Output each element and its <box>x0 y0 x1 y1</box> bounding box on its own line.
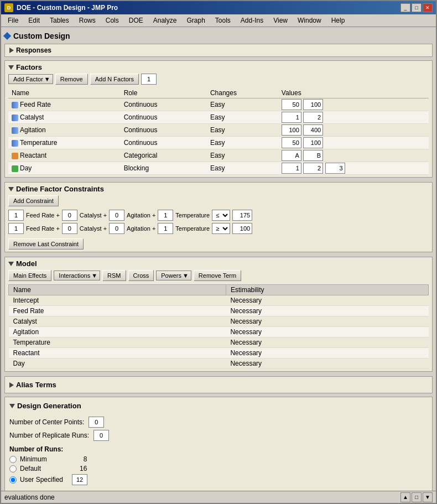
custom-design-title: Custom Design <box>13 32 70 40</box>
factor-values-5 <box>278 162 429 175</box>
center-points-input[interactable] <box>89 417 104 428</box>
model-toolbar: Main Effects Interactions ▼ RSM Cross Po… <box>8 270 429 281</box>
status-up-button[interactable]: ▲ <box>400 492 410 502</box>
spacer <box>9 412 428 417</box>
menu-analyze[interactable]: Analyze <box>149 15 181 25</box>
add-factor-button[interactable]: Add Factor ▼ <box>8 74 53 84</box>
menu-addins[interactable]: Add-Ins <box>236 15 268 25</box>
constraint-2-feedrate-label: Feed Rate + <box>26 225 60 232</box>
remove-button[interactable]: Remove <box>55 74 88 85</box>
maximize-button[interactable]: □ <box>412 3 422 12</box>
menu-rows[interactable]: Rows <box>75 15 100 25</box>
constraint-2-coef-3[interactable] <box>109 223 124 234</box>
factor-changes-1: Easy <box>207 111 278 124</box>
default-radio[interactable] <box>9 465 17 472</box>
model-row-5-est: Necessary <box>226 348 428 358</box>
minimum-label: Minimum <box>20 455 47 463</box>
responses-collapse-icon[interactable] <box>9 48 14 53</box>
menu-window[interactable]: Window <box>293 15 326 25</box>
constraint-2-value[interactable] <box>232 223 252 234</box>
model-row-4-est: Necessary <box>226 337 428 348</box>
menu-tools[interactable]: Tools <box>211 15 235 25</box>
number-of-runs-label: Number of Runs: <box>9 445 428 453</box>
table-row: Day Blocking Easy <box>8 162 429 175</box>
menu-edit[interactable]: Edit <box>24 15 44 25</box>
model-row-1-name: Feed Rate <box>9 306 226 316</box>
constraint-2-temp-label: Temperature <box>175 225 210 232</box>
minimum-radio[interactable] <box>9 456 17 463</box>
menu-cols[interactable]: Cols <box>101 15 123 25</box>
design-gen-header: Design Generation <box>9 402 428 410</box>
user-specified-radio[interactable] <box>9 476 17 484</box>
table-row: Agitation Continuous Easy <box>8 124 429 137</box>
menu-file[interactable]: File <box>3 15 23 25</box>
menu-help[interactable]: Help <box>327 15 350 25</box>
powers-button[interactable]: Powers ▼ <box>156 271 191 280</box>
model-row-6-name: Day <box>9 358 226 369</box>
add-constraint-button[interactable]: Add Constraint <box>8 195 59 206</box>
factors-header: Factors <box>8 63 429 71</box>
factors-toolbar: Add Factor ▼ Remove Add N Factors 1 <box>8 74 429 85</box>
status-right: ▲ □ ▼ <box>400 492 433 502</box>
menu-tables[interactable]: Tables <box>45 15 74 25</box>
factors-collapse-icon[interactable] <box>8 65 14 70</box>
remove-last-constraint-button[interactable]: Remove Last Constraint <box>8 238 84 250</box>
cross-button[interactable]: Cross <box>128 270 154 281</box>
model-col-name: Name <box>9 285 226 295</box>
radio-group: Minimum 8 Default 16 User Specified <box>9 455 428 485</box>
title-bar-controls: _ □ ✕ <box>400 3 433 12</box>
constraint-row-1: Feed Rate + Catalyst + Agitation + Tempe… <box>8 210 429 221</box>
factor-name-0: Feed Rate <box>8 98 121 111</box>
add-n-factors-button[interactable]: Add N Factors <box>90 74 139 85</box>
responses-header: Responses <box>9 46 428 54</box>
status-page-button[interactable]: □ <box>412 492 422 502</box>
constraint-1-op[interactable]: ≤ ≥ <box>212 210 230 221</box>
constraint-1-feedrate-label: Feed Rate + <box>26 212 60 219</box>
design-gen-collapse-icon[interactable] <box>9 404 15 408</box>
constraint-2-catalyst-label: Catalyst + <box>80 225 107 232</box>
model-section: Model Main Effects Interactions ▼ RSM Cr… <box>4 257 433 372</box>
col-name: Name <box>8 88 121 98</box>
constraint-2-coef-4[interactable] <box>158 223 173 234</box>
default-row: Default 16 <box>9 465 428 472</box>
status-down-button[interactable]: ▼ <box>423 492 433 502</box>
alias-terms-header: Alias Terms <box>9 379 428 391</box>
close-button[interactable]: ✕ <box>423 3 433 12</box>
factors-section: Factors Add Factor ▼ Remove Add N Factor… <box>4 60 433 178</box>
model-row-4-name: Temperature <box>9 337 226 348</box>
menu-view[interactable]: View <box>269 15 292 25</box>
user-specified-input[interactable] <box>72 474 87 485</box>
constraint-1-value[interactable] <box>232 210 252 221</box>
replicate-runs-input[interactable] <box>93 430 109 441</box>
constraint-1-coef-1[interactable] <box>8 210 24 221</box>
status-message: evaluations done <box>4 493 55 501</box>
n-factors-input[interactable]: 1 <box>141 74 157 85</box>
constraint-1-agitation-label: Agitation + <box>127 212 155 219</box>
alias-terms-section: Alias Terms <box>4 376 433 393</box>
constraint-1-coef-4[interactable] <box>158 210 173 221</box>
constraints-collapse-icon[interactable] <box>8 187 14 191</box>
constraint-2-coef-2[interactable] <box>62 223 77 234</box>
constraint-2-op[interactable]: ≥ ≤ <box>212 223 230 234</box>
status-bar: evaluations done ▲ □ ▼ <box>1 491 436 503</box>
content-area: Custom Design Responses Factors Add Fact… <box>1 27 436 491</box>
title-bar: D DOE - Custom Design - JMP Pro _ □ ✕ <box>1 1 436 14</box>
main-effects-button[interactable]: Main Effects <box>8 270 51 281</box>
constraint-1-coef-3[interactable] <box>109 210 124 221</box>
center-points-row: Number of Center Points: <box>9 417 428 428</box>
menu-graph[interactable]: Graph <box>182 15 209 25</box>
model-collapse-icon[interactable] <box>8 262 14 266</box>
constraint-2-coef-1[interactable] <box>8 223 24 234</box>
constraint-2-agitation-label: Agitation + <box>127 225 155 232</box>
remove-term-button[interactable]: Remove Term <box>194 270 241 281</box>
factor-values-0 <box>278 98 429 111</box>
table-row: Catalyst Continuous Easy <box>8 111 429 124</box>
alias-collapse-icon[interactable] <box>9 382 14 388</box>
minimize-button[interactable]: _ <box>400 3 410 12</box>
menu-bar: File Edit Tables Rows Cols DOE Analyze G… <box>1 14 436 27</box>
model-row-2-est: Necessary <box>226 316 428 327</box>
menu-doe[interactable]: DOE <box>124 15 148 25</box>
rsm-button[interactable]: RSM <box>102 270 126 281</box>
interactions-button[interactable]: Interactions ▼ <box>54 271 100 280</box>
constraint-1-coef-2[interactable] <box>62 210 77 221</box>
